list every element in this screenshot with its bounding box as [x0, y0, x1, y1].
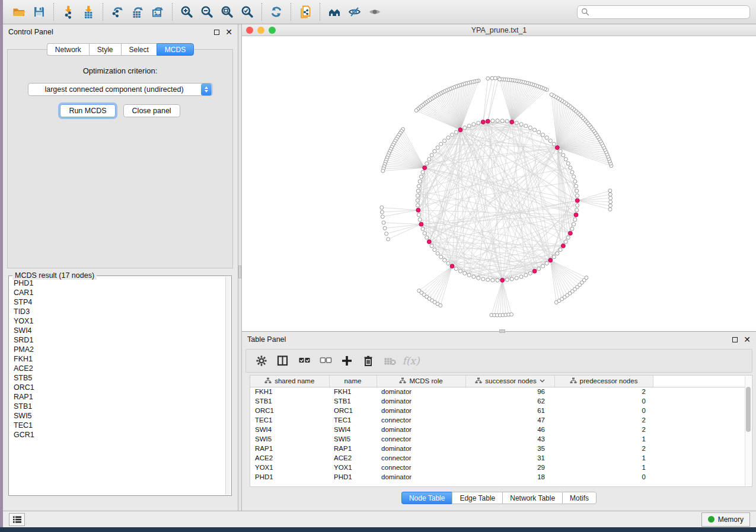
delete-columns-button[interactable] [358, 351, 379, 370]
network-node[interactable] [450, 133, 454, 136]
network-node[interactable] [381, 215, 384, 219]
network-node[interactable] [608, 193, 612, 196]
network-node[interactable] [454, 267, 458, 271]
zoom-fit-button[interactable] [217, 2, 237, 21]
save-session-button[interactable] [29, 2, 49, 21]
table-cell[interactable]: SWI4 [250, 425, 329, 434]
network-node[interactable] [421, 171, 425, 174]
network-node[interactable] [569, 166, 572, 169]
network-node[interactable] [463, 126, 467, 129]
network-node[interactable] [380, 210, 384, 214]
network-node[interactable] [552, 255, 556, 259]
show-all-button[interactable] [365, 2, 385, 21]
import-table-button[interactable] [78, 2, 98, 21]
vertical-splitter[interactable] [238, 24, 242, 511]
network-node[interactable] [510, 277, 513, 281]
network-node[interactable] [519, 123, 523, 126]
network-node[interactable] [417, 184, 420, 188]
mcds-result-item[interactable]: STB5 [9, 373, 225, 383]
mcds-result-item[interactable]: STP4 [9, 297, 225, 307]
network-node[interactable] [491, 278, 495, 282]
network-node[interactable] [609, 200, 613, 204]
network-node[interactable] [477, 121, 480, 125]
network-node[interactable] [491, 119, 495, 123]
network-node[interactable] [419, 175, 423, 178]
close-icon[interactable]: ✕ [744, 337, 751, 342]
table-cell[interactable]: YOX1 [250, 463, 329, 472]
mcds-result-item[interactable]: SWI5 [9, 411, 225, 421]
mcds-node[interactable] [548, 258, 553, 262]
table-cell[interactable]: connector [377, 434, 465, 444]
table-cell[interactable]: connector [377, 463, 465, 472]
mcds-result-item[interactable]: SRD1 [9, 335, 225, 345]
mcds-result-item[interactable]: PHD1 [9, 278, 225, 288]
network-node[interactable] [532, 128, 536, 132]
export-network-button[interactable] [107, 2, 127, 21]
tab-network[interactable]: Network [47, 43, 89, 56]
network-node[interactable] [446, 136, 450, 139]
table-cell[interactable]: dominator [377, 387, 465, 396]
mcds-node[interactable] [427, 240, 431, 244]
zoom-traffic-light[interactable] [269, 27, 276, 34]
network-node[interactable] [500, 119, 504, 123]
table-cell[interactable]: 1 [554, 453, 653, 463]
table-cell[interactable]: 1 [554, 463, 653, 472]
mcds-result-item[interactable]: YOX1 [9, 316, 225, 326]
table-row[interactable]: TEC1TEC1connector472 [250, 415, 749, 425]
mcds-node[interactable] [574, 213, 578, 217]
network-node[interactable] [515, 276, 518, 280]
table-cell[interactable]: dominator [377, 444, 465, 453]
mcds-node[interactable] [568, 231, 572, 235]
table-cell[interactable]: 0 [554, 396, 653, 406]
network-node[interactable] [472, 275, 476, 278]
network-node[interactable] [486, 278, 490, 281]
table-cell[interactable]: 43 [465, 434, 554, 444]
network-node[interactable] [559, 248, 562, 251]
network-node[interactable] [566, 162, 570, 165]
network-node[interactable] [418, 218, 422, 222]
table-cell[interactable]: 35 [465, 444, 554, 453]
table-cell[interactable]: 2 [554, 387, 653, 396]
network-node[interactable] [608, 204, 612, 207]
network-node[interactable] [537, 267, 541, 271]
network-node[interactable] [380, 206, 384, 209]
network-node[interactable] [416, 198, 419, 202]
table-cell[interactable]: 1 [554, 434, 653, 444]
table-row[interactable]: FKH1FKH1dominator962 [250, 387, 749, 396]
network-node[interactable] [524, 273, 528, 277]
network-node[interactable] [575, 194, 579, 197]
network-node[interactable] [574, 184, 578, 188]
network-node[interactable] [436, 146, 439, 149]
mcds-result-scrollbar[interactable] [225, 277, 231, 495]
table-cell[interactable]: dominator [377, 472, 465, 482]
network-node[interactable] [446, 261, 450, 265]
network-node[interactable] [458, 270, 462, 273]
network-node[interactable] [572, 175, 576, 178]
mcds-result-item[interactable]: TEC1 [9, 421, 225, 430]
network-node[interactable] [537, 130, 541, 134]
network-node[interactable] [575, 204, 579, 207]
column-header-shared-name[interactable]: shared name [250, 376, 329, 387]
network-node[interactable] [545, 136, 548, 139]
run-mcds-button[interactable]: Run MCDS [60, 104, 115, 117]
zoom-out-button[interactable] [197, 2, 217, 21]
network-node[interactable] [439, 304, 442, 307]
network-node[interactable] [496, 278, 499, 282]
network-node[interactable] [570, 171, 574, 174]
table-cell[interactable]: 96 [465, 387, 554, 396]
network-node[interactable] [385, 232, 388, 236]
zoom-in-button[interactable] [177, 2, 197, 21]
network-node[interactable] [519, 275, 523, 278]
network-node[interactable] [573, 180, 577, 183]
network-node[interactable] [454, 130, 458, 134]
table-cell[interactable]: STB1 [250, 396, 329, 406]
task-history-button[interactable] [9, 513, 25, 526]
first-neighbors-button[interactable] [324, 2, 344, 21]
share-document-button[interactable] [295, 2, 315, 21]
mcds-node[interactable] [575, 198, 579, 203]
add-column-button[interactable] [336, 351, 358, 370]
table-cell[interactable]: TEC1 [329, 415, 377, 425]
network-node[interactable] [548, 139, 552, 143]
network-node[interactable] [570, 227, 574, 230]
select-all-checks-button[interactable] [294, 351, 315, 370]
